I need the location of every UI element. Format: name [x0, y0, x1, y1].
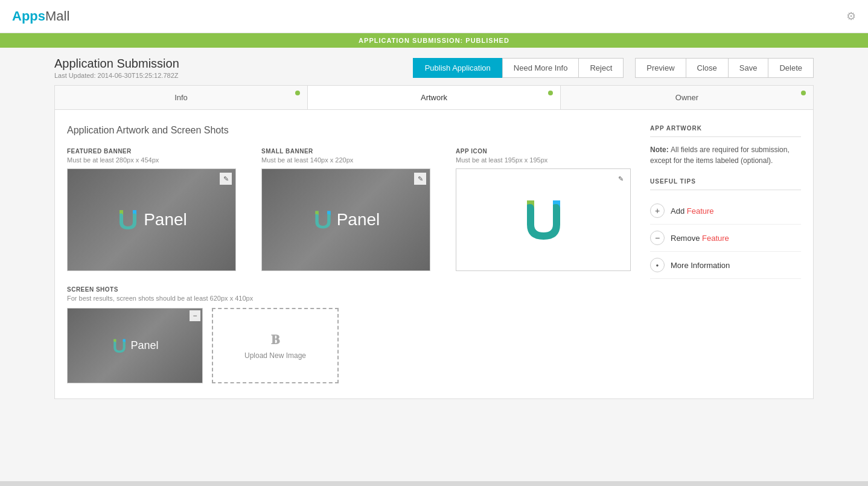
screenshot-u-icon — [111, 337, 128, 354]
upload-text: Upload New Image — [244, 351, 306, 360]
upload-placeholder[interactable]: 𝐁 Upload New Image — [212, 308, 339, 383]
more-info-tip[interactable]: ● More Information — [650, 252, 801, 279]
app-icon-edit-icon[interactable]: ✎ — [614, 173, 627, 185]
featured-banner-item: FEATURED BANNER Must be at least 280px x… — [67, 148, 249, 271]
remove-feature-icon: − — [650, 231, 665, 245]
screenshots-section: SCREEN SHOTS For best results, screen sh… — [67, 286, 638, 383]
screenshot-banner: Panel — [68, 309, 202, 383]
tab-info-dot — [295, 91, 300, 95]
featured-banner-container: Panel ✎ — [67, 168, 236, 271]
sidebar-note: Note: All fields are required for submis… — [650, 144, 801, 166]
tab-owner[interactable]: Owner — [561, 86, 813, 109]
artwork-sidebar: APP ARTWORK Note: All fields are require… — [650, 125, 801, 383]
banners-row: FEATURED BANNER Must be at least 280px x… — [67, 148, 638, 271]
featured-banner-image: Panel — [68, 169, 235, 270]
app-artwork-title: APP ARTWORK — [650, 125, 801, 137]
submission-header: Application Submission Last Updated: 201… — [54, 48, 814, 85]
featured-banner-size: Must be at least 280px x 454px — [67, 156, 249, 164]
top-header: AppsMall ⚙ — [0, 0, 868, 33]
right-action-buttons: Preview Close Save Delete — [636, 58, 814, 78]
useful-tips-title: USEFUL TIPS — [650, 178, 801, 190]
app-icon-size: Must be at least 195px x 195px — [456, 156, 638, 164]
more-info-icon: ● — [650, 258, 665, 272]
remove-feature-tip[interactable]: − Remove Feature — [650, 225, 801, 252]
upanel-banner-text: Panel — [144, 210, 187, 229]
add-feature-icon: + — [650, 203, 665, 218]
app-icon-label: APP ICON — [456, 148, 638, 155]
close-button[interactable]: Close — [686, 58, 729, 78]
status-bar: APPLICATION SUBMISSION: PUBLISHED — [0, 33, 868, 48]
small-banner-text: Panel — [337, 210, 380, 229]
app-icon-item: APP ICON Must be at least 195px x 195px … — [456, 148, 638, 271]
small-banner-container: Panel ✎ — [261, 168, 430, 271]
screenshot-text: Panel — [130, 339, 158, 352]
remove-feature-label: Remove Feature — [671, 234, 729, 243]
publish-button[interactable]: Publish Application — [413, 58, 503, 78]
tab-artwork-dot — [548, 91, 553, 95]
logo-mall: Mall — [45, 8, 69, 24]
preview-button[interactable]: Preview — [635, 58, 686, 78]
settings-icon[interactable]: ⚙ — [846, 10, 856, 23]
upanel-small-u-icon — [312, 209, 334, 231]
submission-title: Application Submission Last Updated: 201… — [54, 57, 179, 79]
remove-feature-highlight: Feature — [702, 234, 729, 243]
screenshots-row: Panel − 𝐁 Upload New Image — [67, 308, 638, 383]
section-title: Application Artwork and Screen Shots — [67, 125, 638, 136]
small-banner-item: SMALL BANNER Must be at least 140px x 22… — [261, 148, 444, 271]
tab-owner-dot — [801, 91, 806, 95]
tab-artwork[interactable]: Artwork — [308, 86, 561, 109]
small-banner-edit-icon[interactable]: ✎ — [414, 173, 426, 185]
content-area: Application Artwork and Screen Shots FEA… — [54, 110, 814, 399]
featured-banner-edit-icon[interactable]: ✎ — [220, 173, 232, 185]
note-label: Note: — [650, 145, 671, 154]
artwork-main: Application Artwork and Screen Shots FEA… — [67, 125, 638, 383]
app-icon-image — [456, 169, 630, 270]
more-info-label: More Information — [671, 261, 730, 270]
tab-bar: Info Artwork Owner — [54, 85, 814, 110]
last-updated: Last Updated: 2014-06-30T15:25:12.782Z — [54, 72, 179, 79]
reject-button[interactable]: Reject — [578, 58, 624, 78]
tab-info[interactable]: Info — [55, 86, 308, 109]
screenshots-size: For best results, screen shots should be… — [67, 295, 638, 302]
add-feature-highlight: Feature — [687, 206, 714, 216]
add-feature-tip[interactable]: + Add Feature — [650, 197, 801, 225]
add-feature-label: Add Feature — [671, 206, 714, 216]
screenshot-image-1: Panel — [67, 308, 203, 383]
upload-bold-icon: 𝐁 — [271, 332, 280, 348]
screenshots-label: SCREEN SHOTS — [67, 286, 638, 293]
small-banner-label: SMALL BANNER — [261, 148, 444, 155]
delete-button[interactable]: Delete — [768, 58, 814, 78]
featured-banner-label: FEATURED BANNER — [67, 148, 249, 155]
main-wrapper: Application Submission Last Updated: 201… — [0, 48, 868, 481]
need-more-info-button[interactable]: Need More Info — [502, 58, 579, 78]
save-button[interactable]: Save — [728, 58, 769, 78]
app-u-icon — [524, 197, 563, 243]
page-title: Application Submission — [54, 57, 179, 71]
logo-apps: Apps — [12, 8, 45, 24]
small-banner-image: Panel — [262, 169, 430, 270]
screenshot-item-1: Panel − — [67, 308, 203, 383]
small-banner-size: Must be at least 140px x 220px — [261, 156, 444, 164]
screenshot-remove-icon[interactable]: − — [190, 310, 200, 321]
upanel-u-icon — [116, 208, 140, 232]
app-icon-container: ✎ — [456, 168, 631, 271]
app-logo: AppsMall — [12, 8, 69, 24]
